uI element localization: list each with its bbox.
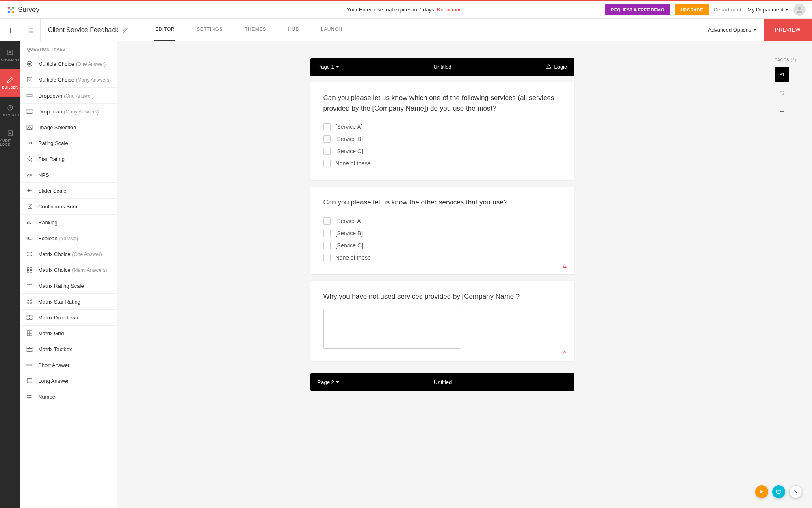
question-type-item[interactable]: Image Selection	[20, 119, 117, 135]
page-thumb-1[interactable]: P1	[775, 67, 789, 82]
rail-reports[interactable]: REPORTS	[0, 97, 20, 124]
question-type-label: Matrix Dropdown	[38, 315, 78, 321]
svg-rect-71	[777, 490, 781, 493]
question-type-item[interactable]: Matrix Choice(Many Answers)	[20, 262, 117, 278]
question-option[interactable]: None of these	[323, 252, 561, 264]
question-type-label: Matrix Grid	[38, 330, 64, 336]
tab-settings[interactable]: SETTINGS	[196, 19, 223, 41]
svg-rect-56	[30, 315, 32, 317]
department-select[interactable]: My Department	[747, 7, 788, 13]
floating-buttons	[755, 485, 802, 498]
logic-button[interactable]: Logic	[546, 64, 567, 70]
caret-down-icon	[336, 381, 339, 383]
question-type-item[interactable]: NPS	[20, 167, 117, 182]
tab-themes[interactable]: THEMES	[244, 19, 267, 41]
float-feedback-button[interactable]	[772, 485, 785, 498]
tab-editor[interactable]: EDITOR	[154, 19, 175, 41]
question-type-item[interactable]: Star Rating	[20, 151, 117, 167]
add-button[interactable]	[0, 19, 20, 41]
checkbox-icon	[323, 230, 331, 237]
ranking-icon	[26, 219, 33, 226]
question-card[interactable]: Can you please let us know the other ser…	[310, 187, 574, 274]
advanced-options[interactable]: Advanced Options	[701, 27, 763, 33]
svg-line-33	[30, 175, 31, 177]
question-type-item[interactable]: Dropdown(Many Answers)	[20, 103, 117, 119]
question-type-item[interactable]: Continuous Sum	[20, 198, 117, 214]
page-thumb-2[interactable]: P2	[775, 86, 789, 100]
question-type-item[interactable]: Matrix Star Rating	[20, 293, 117, 309]
image-icon	[26, 124, 33, 131]
svg-point-35	[28, 190, 30, 192]
svg-point-43	[27, 255, 28, 256]
question-text: Why you have not used services provided …	[323, 291, 561, 302]
upgrade-button[interactable]: UPGRADE	[675, 4, 709, 15]
svg-rect-62	[27, 347, 29, 349]
rail-audit-logs[interactable]: AUDIT LOGS	[0, 124, 20, 152]
float-play-button[interactable]	[755, 485, 768, 498]
tab-hub[interactable]: HUB	[287, 19, 300, 41]
add-page-button[interactable]: +	[775, 104, 789, 119]
question-type-item[interactable]: Dropdown(One Answer)	[20, 87, 117, 103]
question-option[interactable]: [Service B]	[323, 133, 561, 145]
svg-point-41	[28, 237, 29, 239]
question-type-item[interactable]: Short Answer	[20, 357, 117, 373]
question-type-item[interactable]: Multiple Choice(Many Answers)	[20, 72, 117, 87]
logic-indicator-icon[interactable]	[562, 263, 567, 270]
svg-point-42	[27, 252, 28, 253]
question-type-item[interactable]: Long Answer	[20, 373, 117, 389]
department-label: Department:	[714, 7, 743, 13]
question-card[interactable]: Why you have not used services provided …	[310, 281, 574, 361]
question-option[interactable]: [Service A]	[323, 215, 561, 227]
question-text: Can you please let us know the other ser…	[323, 197, 561, 208]
matrix-r-icon	[26, 250, 33, 258]
sidebar-header: QUESTION TYPES	[20, 41, 117, 56]
question-type-item[interactable]: Matrix Textbox	[20, 341, 117, 357]
float-close-button[interactable]	[789, 485, 802, 498]
question-type-item[interactable]: Matrix Grid	[20, 325, 117, 341]
question-option[interactable]: [Service B]	[323, 227, 561, 239]
question-type-item[interactable]: Rating Scale	[20, 135, 117, 151]
list-button[interactable]	[20, 19, 41, 41]
svg-rect-14	[8, 50, 13, 55]
check-icon	[26, 76, 33, 83]
header: Survey Your Enterprise trial expires in …	[0, 1, 812, 19]
answer-textarea[interactable]	[323, 309, 461, 349]
question-type-item[interactable]: Boolean(Yes/No)	[20, 230, 117, 246]
edit-title-icon[interactable]	[122, 27, 128, 33]
svg-rect-64	[27, 350, 32, 352]
question-type-item[interactable]: Number	[20, 389, 117, 404]
rail-summary[interactable]: SUMMARY	[0, 41, 20, 69]
know-more-link[interactable]: Know more	[437, 7, 464, 13]
svg-point-5	[798, 7, 801, 10]
page-selector[interactable]: Page 2	[318, 379, 339, 385]
avatar[interactable]	[793, 4, 806, 16]
question-type-item[interactable]: Matrix Choice(One Answer)	[20, 246, 117, 262]
svg-rect-48	[27, 271, 29, 273]
page-title[interactable]: Untitled	[339, 379, 547, 385]
svg-point-44	[30, 252, 32, 253]
tab-launch[interactable]: LAUNCH	[320, 19, 343, 41]
page-selector[interactable]: Page 1	[318, 64, 339, 70]
question-type-item[interactable]: Slider Scale	[20, 182, 117, 198]
preview-button[interactable]: PREVIEW	[764, 19, 812, 41]
svg-rect-25	[27, 109, 32, 111]
question-type-item[interactable]: Matrix Rating Scale	[20, 278, 117, 293]
page-title[interactable]: Untitled	[339, 64, 546, 70]
question-type-item[interactable]: Ranking	[20, 214, 117, 230]
question-type-label: Short Answer	[38, 362, 69, 368]
question-option[interactable]: [Service C]	[323, 239, 561, 252]
question-type-item[interactable]: Matrix Dropdown	[20, 309, 117, 325]
question-type-item[interactable]: Multiple Choice(One Answer)	[20, 56, 117, 72]
question-card[interactable]: Can you please let us know which one of …	[310, 82, 574, 180]
logo[interactable]: Survey	[6, 5, 39, 14]
svg-rect-18	[8, 131, 13, 136]
question-type-label: Slider Scale	[38, 188, 66, 194]
question-option[interactable]: [Service A]	[323, 121, 561, 133]
question-type-label: Rating Scale	[38, 140, 68, 146]
question-option[interactable]: [Service C]	[323, 145, 561, 157]
question-option[interactable]: None of these	[323, 157, 561, 169]
logic-indicator-icon[interactable]	[562, 350, 567, 357]
request-demo-button[interactable]: REQUEST A FREE DEMO	[605, 4, 670, 15]
question-type-label: Multiple Choice(Many Answers)	[38, 77, 111, 83]
rail-builder[interactable]: BUILDER	[0, 69, 20, 97]
